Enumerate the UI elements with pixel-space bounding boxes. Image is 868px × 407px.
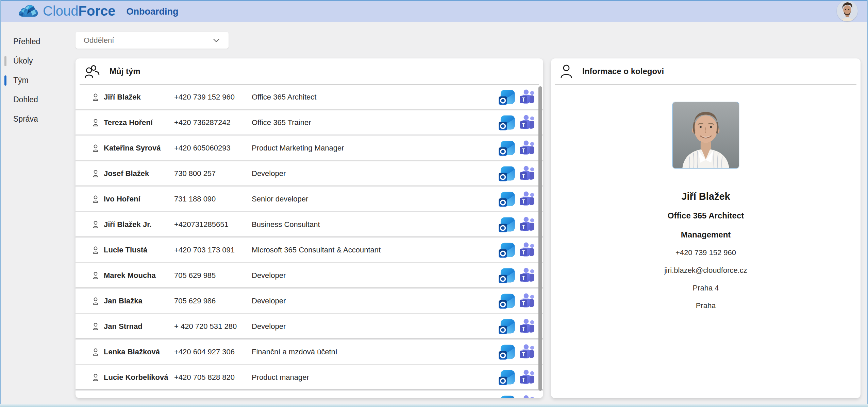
colleague-department: Management — [551, 230, 861, 240]
teams-icon[interactable]: T — [519, 318, 536, 335]
person-icon — [91, 348, 100, 356]
member-phone: 705 629 985 — [174, 271, 252, 280]
team-member-row[interactable]: Josef Blažek 730 800 257 Developer — [76, 161, 543, 185]
outlook-icon[interactable] — [498, 190, 516, 208]
team-member-row[interactable]: Jiří Blažek Jr. +420731285651 Business C… — [76, 212, 543, 236]
member-name: Ivo Hoření — [104, 195, 174, 203]
sidebar-item-dohled[interactable]: Dohled — [1, 90, 76, 109]
member-role: Business Consultant — [252, 220, 498, 229]
sidebar-item-sprava[interactable]: Správa — [1, 109, 76, 129]
colleague-detail-card: Informace o kolegovi — [551, 58, 861, 398]
sidebar-item-label: Úkoly — [13, 56, 33, 66]
team-member-row[interactable]: Jan Strnad + 420 720 531 280 Developer — [76, 314, 543, 338]
member-phone: +420 705 828 820 — [174, 373, 252, 382]
teams-icon[interactable]: T — [519, 369, 536, 386]
colleague-detail-body: Jiří Blažek Office 365 Architect Managem… — [551, 102, 861, 310]
member-role: Developer — [252, 169, 498, 178]
member-role: Finanční a mzdová účetní — [252, 348, 498, 356]
team-member-row[interactable]: Tereza Hoření +420 736287242 Office 365 … — [76, 110, 543, 135]
chevron-down-icon — [213, 38, 220, 42]
teams-icon[interactable]: T — [519, 191, 536, 208]
teams-icon[interactable]: T — [519, 216, 536, 233]
user-avatar[interactable] — [837, 0, 858, 21]
outlook-icon[interactable] — [498, 164, 516, 183]
teams-icon[interactable]: T — [519, 267, 536, 284]
teams-icon[interactable]: T — [519, 114, 536, 131]
sidebar-item-prehled[interactable]: Přehled — [1, 32, 76, 51]
team-card-header: Můj tým — [80, 58, 539, 85]
teams-badge-letter: T — [522, 199, 525, 205]
member-role: Office 365 Architect — [252, 93, 498, 102]
member-phone: +420 739 152 960 — [174, 93, 252, 102]
member-name: Kateřina Syrová — [104, 144, 174, 153]
outlook-icon[interactable] — [498, 292, 516, 310]
team-member-row[interactable]: Lucie Korbelíková +420 705 828 820 Produ… — [76, 365, 543, 389]
outlook-icon[interactable] — [498, 215, 516, 234]
person-icon — [91, 195, 100, 203]
colleague-email: jiri.blazek@cloudforce.cz — [551, 266, 861, 275]
logo-word-cloud: Cloud — [43, 3, 79, 18]
outlook-icon[interactable] — [498, 113, 516, 132]
member-phone: +420 605060293 — [174, 144, 252, 153]
team-member-row[interactable]: T — [76, 391, 543, 398]
outlook-icon[interactable] — [498, 241, 516, 259]
member-role: Developer — [252, 297, 498, 305]
team-card: Můj tým Jiří Blažek +420 739 152 960 — [76, 58, 543, 398]
detail-card-title: Informace o kolegovi — [582, 67, 664, 76]
teams-icon[interactable]: T — [519, 394, 536, 399]
member-phone: 730 800 257 — [174, 169, 252, 178]
colleague-role: Office 365 Architect — [551, 211, 861, 220]
scrollbar[interactable] — [538, 86, 542, 391]
team-member-row[interactable]: Jan Blažka 705 629 986 Developer — [76, 289, 543, 313]
outlook-icon[interactable] — [498, 394, 516, 399]
member-name: Tereza Hoření — [104, 118, 174, 127]
team-member-row[interactable]: Lenka Blažková +420 604 927 306 Finanční… — [76, 340, 543, 364]
outlook-icon[interactable] — [498, 368, 516, 387]
page-title: Onboarding — [126, 5, 178, 17]
person-icon — [91, 246, 100, 254]
teams-badge-letter: T — [522, 224, 525, 230]
department-select-placeholder: Oddělení — [84, 36, 213, 45]
detail-card-header: Informace o kolegovi — [555, 58, 856, 85]
teams-badge-letter: T — [522, 173, 525, 179]
teams-badge-letter: T — [522, 275, 525, 281]
window-frame-left — [0, 0, 1, 407]
outlook-icon[interactable] — [498, 88, 516, 106]
team-member-row[interactable]: Kateřina Syrová +420 605060293 Product M… — [76, 136, 543, 160]
teams-badge-letter: T — [522, 122, 525, 128]
outlook-icon[interactable] — [498, 266, 516, 285]
sidebar-item-tym[interactable]: Tým — [1, 71, 76, 90]
sidebar-item-label: Přehled — [13, 37, 40, 46]
teams-icon[interactable]: T — [519, 293, 536, 309]
team-member-row[interactable]: Jiří Blažek +420 739 152 960 Office 365 … — [76, 85, 543, 109]
member-actions: T — [498, 266, 536, 285]
teams-badge-letter: T — [522, 301, 525, 306]
person-icon — [91, 169, 100, 178]
top-bar: CloudForce Onboarding — [0, 0, 868, 22]
sidebar-item-ukoly[interactable]: Úkoly — [1, 51, 76, 71]
member-actions: T — [498, 164, 536, 183]
member-actions: T — [498, 215, 536, 234]
teams-icon[interactable]: T — [519, 140, 536, 157]
member-phone: +420 604 927 306 — [174, 348, 252, 356]
app-window: CloudForce Onboarding Přehled Úkoly — [0, 0, 868, 407]
person-icon — [91, 93, 100, 102]
member-actions: T — [498, 368, 536, 387]
team-member-row[interactable]: Marek Moucha 705 629 985 Developer — [76, 263, 543, 287]
teams-icon[interactable]: T — [519, 165, 536, 182]
member-actions: T — [498, 343, 536, 361]
outlook-icon[interactable] — [498, 139, 516, 157]
member-name: Jan Strnad — [104, 322, 174, 331]
team-member-row[interactable]: Lucie Tlustá +420 703 173 091 Microsoft … — [76, 238, 543, 262]
teams-badge-letter: T — [522, 148, 525, 154]
teams-icon[interactable]: T — [519, 242, 536, 259]
member-phone: 705 629 986 — [174, 297, 252, 305]
outlook-icon[interactable] — [498, 317, 516, 336]
team-member-row[interactable]: Ivo Hoření 731 188 090 Senior developer — [76, 187, 543, 211]
outlook-icon[interactable] — [498, 343, 516, 361]
teams-icon[interactable]: T — [519, 89, 536, 106]
teams-icon[interactable]: T — [519, 343, 536, 360]
people-icon — [84, 64, 100, 78]
department-select[interactable]: Oddělení — [76, 32, 229, 49]
colleague-phone: +420 739 152 960 — [551, 248, 861, 257]
